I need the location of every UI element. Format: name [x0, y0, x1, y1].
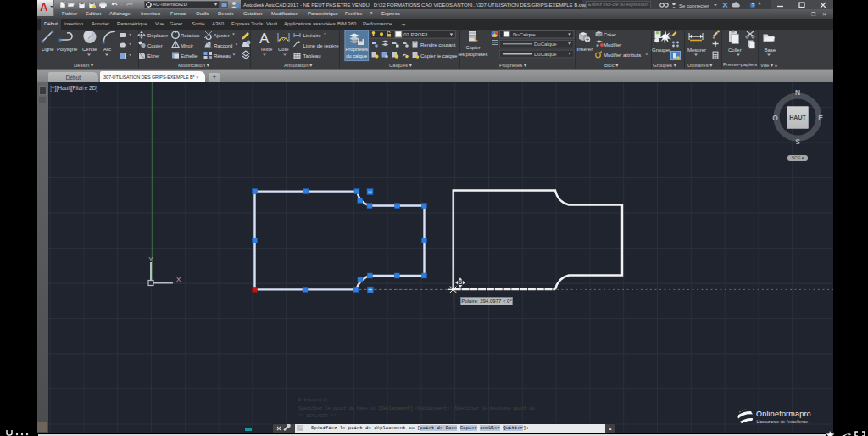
- svg-text:Ajuster: Ajuster: [214, 33, 230, 38]
- svg-text:Arc: Arc: [103, 47, 111, 52]
- svg-text:Grouper: Grouper: [652, 48, 670, 53]
- svg-text:Déplacer: Déplacer: [147, 33, 168, 38]
- svg-text:Mesurer: Mesurer: [687, 48, 706, 53]
- svg-text:Rotation: Rotation: [181, 33, 199, 38]
- svg-text:Linéaire: Linéaire: [303, 33, 322, 38]
- svg-text:S: S: [795, 137, 800, 146]
- svg-text:A: A: [259, 31, 270, 47]
- svg-text:Coller: Coller: [728, 48, 742, 53]
- svg-text:N: N: [795, 88, 800, 97]
- svg-text:O: O: [772, 114, 778, 122]
- svg-text:Texte: Texte: [260, 47, 273, 52]
- svg-text:Polyligne: Polyligne: [57, 47, 78, 52]
- svg-text:Réseau: Réseau: [214, 53, 231, 59]
- svg-text:les propriétés: les propriétés: [459, 52, 488, 57]
- svg-text:X: X: [176, 276, 181, 283]
- svg-text:Miroir: Miroir: [181, 43, 193, 48]
- svg-text:Base: Base: [765, 48, 776, 53]
- svg-text:?: ?: [752, 3, 754, 8]
- svg-text:Se connecter: Se connecter: [679, 3, 709, 8]
- svg-text:du calque: du calque: [346, 53, 367, 59]
- svg-text:Copier: Copier: [465, 45, 480, 50]
- svg-text:Etirer: Etirer: [147, 53, 159, 59]
- svg-text:DuCalque: DuCalque: [513, 32, 536, 37]
- svg-text:Modifier attributs: Modifier attributs: [604, 53, 641, 58]
- svg-text:Modifier: Modifier: [604, 42, 621, 48]
- svg-text:HAUT: HAUT: [789, 115, 806, 120]
- svg-text:Tableau: Tableau: [303, 53, 321, 59]
- svg-text:Cote: Cote: [278, 47, 289, 52]
- svg-text:Echelle: Echelle: [181, 53, 198, 59]
- svg-text:Onlineformapro: Onlineformapro: [756, 410, 811, 418]
- svg-text:Créer: Créer: [604, 32, 616, 37]
- svg-text:Copier: Copier: [147, 43, 163, 48]
- svg-text:Copier le calque: Copier le calque: [420, 53, 458, 59]
- svg-text:Propriétés: Propriétés: [345, 47, 368, 52]
- svg-text:Ligne: Ligne: [42, 47, 54, 52]
- svg-text:02 PROFIL: 02 PROFIL: [403, 32, 430, 37]
- svg-text:L'assurance de l'excellence: L'assurance de l'excellence: [757, 419, 809, 424]
- svg-text:DuCalque: DuCalque: [534, 42, 557, 47]
- svg-text:Rendre courant: Rendre courant: [420, 42, 456, 48]
- svg-text:Insérer: Insérer: [577, 47, 593, 52]
- svg-text:Raccord: Raccord: [214, 43, 232, 48]
- svg-text:Cercle: Cercle: [82, 47, 97, 52]
- svg-text:E: E: [818, 114, 823, 122]
- svg-text:DuCalque: DuCalque: [534, 52, 557, 57]
- svg-text:Y: Y: [148, 255, 153, 263]
- svg-text:Ligne de repère: Ligne de repère: [303, 43, 340, 48]
